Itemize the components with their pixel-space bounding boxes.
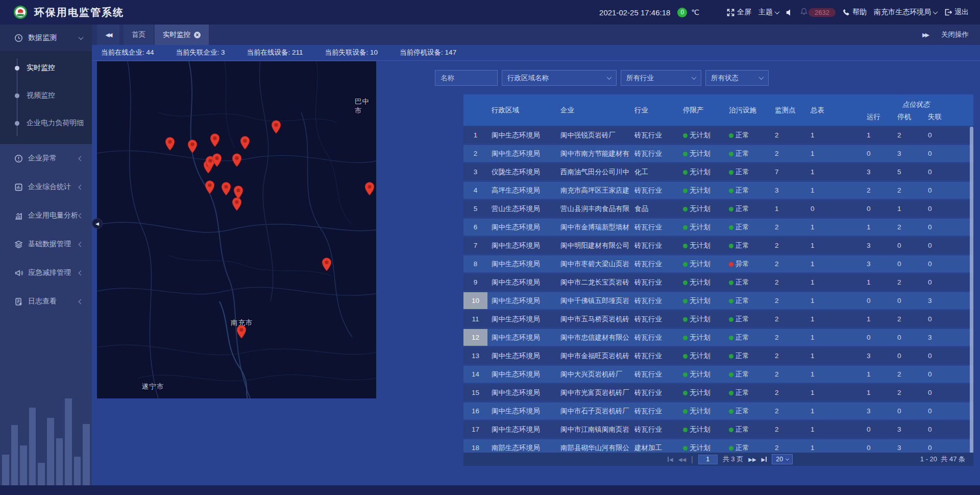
cell-run: 1 — [863, 278, 893, 286]
next-page-button[interactable]: ▶▶ — [748, 457, 756, 462]
page-size-select[interactable]: 20 — [772, 454, 793, 464]
status-dot-green — [729, 446, 733, 451]
sidebar-group-4[interactable]: 基础数据管理 — [0, 230, 92, 258]
cell-industry: 砖瓦行业 — [630, 370, 679, 379]
sidebar-subitem-2[interactable]: 企业电力负荷明细 — [0, 109, 92, 137]
table-row-6[interactable]: 6阆中生态环境局阆中市金博瑞新型墙材砖瓦行业无计划正常21120 — [463, 219, 973, 235]
close-operations-button[interactable]: 关闭操作 — [941, 30, 969, 39]
status-dot-green — [729, 336, 733, 340]
sidebar-group-1[interactable]: 企业异常 — [0, 144, 92, 173]
cell-industry: 砖瓦行业 — [630, 186, 679, 195]
table-row-2[interactable]: 2阆中生态环境局阆中市南方节能建材有砖瓦行业无计划正常21030 — [463, 145, 973, 162]
col-point-status-group: 点位状态 运行 停机 失联 — [863, 95, 969, 126]
status-dot-green — [683, 244, 688, 248]
logout-button[interactable]: 退出 — [944, 8, 969, 17]
map-pin-7[interactable] — [212, 153, 222, 167]
sidebar-group-5[interactable]: 应急减排管理 — [0, 258, 92, 287]
sidebar-group-0[interactable]: 数据监测 — [0, 25, 92, 51]
sidebar-group-label: 企业异常 — [28, 154, 57, 163]
sidebar-group-3[interactable]: 企业用电量分析 — [0, 201, 92, 230]
table-row-5[interactable]: 5营山生态环境局营山县润丰肉食品有限食品无计划正常10010 — [463, 200, 973, 217]
name-filter-field[interactable] — [435, 70, 498, 86]
map-pin-9[interactable] — [205, 180, 215, 194]
cell-index: 9 — [463, 274, 487, 291]
sidebar-subitem-0[interactable]: 实时监控 — [0, 54, 92, 82]
org-dropdown[interactable]: 南充市生态环境局 — [874, 8, 937, 17]
first-page-button[interactable]: ◀ — [668, 457, 673, 462]
table-row-10[interactable]: 10阆中生态环境局阆中千佛镇五郎垭页岩砖瓦行业无计划正常21003 — [463, 292, 973, 309]
map-pin-1[interactable] — [188, 139, 198, 153]
cell-run: 1 — [863, 315, 893, 323]
table-row-7[interactable]: 7阆中生态环境局阆中明阳建材有限公司砖瓦行业无计划正常21300 — [463, 237, 973, 254]
map-pin-12[interactable] — [232, 197, 242, 211]
filter-bar: 行政区域名称 所有行业 所有状态 — [435, 70, 769, 86]
cell-meter: 1 — [806, 334, 863, 341]
status-filter-select[interactable]: 所有状态 — [705, 70, 769, 86]
map-pin-4[interactable] — [272, 120, 281, 134]
table-row-4[interactable]: 4高坪生态环境局南充市高坪区王家店建砖瓦行业无计划正常31220 — [463, 182, 973, 199]
table-row-11[interactable]: 11阆中生态环境局阆中市五马桥页岩机砖砖瓦行业无计划正常21120 — [463, 311, 973, 327]
map-pin-15[interactable] — [237, 325, 247, 339]
table-row-8[interactable]: 8阆中生态环境局阆中市枣碧大梁山页岩砖瓦行业无计划异常21300 — [463, 255, 973, 272]
stats-bar: 当前在线企业: 44当前失联企业: 3当前在线设备: 211当前失联设备: 10… — [92, 45, 980, 61]
table-row-17[interactable]: 17阆中生态环境局阆中市江南镇阆南页岩砖瓦行业无计划正常21030 — [463, 421, 973, 438]
tab-1[interactable]: 实时监控× — [155, 25, 209, 45]
prev-page-button[interactable]: ◀◀ — [678, 457, 686, 462]
cell-region: 阆中生态环境局 — [487, 223, 556, 232]
name-filter-input[interactable] — [440, 74, 492, 82]
cell-run: 0 — [863, 334, 893, 341]
table-row-16[interactable]: 16阆中生态环境局阆中市石子页岩机砖厂砖瓦行业无计划正常21300 — [463, 403, 973, 419]
cell-company: 南部县砌华山河有限公 — [556, 443, 630, 453]
table-row-3[interactable]: 3仪陇生态环境局西南油气田分公司川中化工无计划正常71350 — [463, 163, 973, 180]
bullet-icon — [15, 66, 19, 70]
cell-industry: 食品 — [630, 204, 679, 214]
map-pin-13[interactable] — [365, 182, 375, 196]
tab-label: 首页 — [132, 30, 145, 39]
cell-stop-status: 无计划 — [679, 351, 725, 361]
sidebar-subitem-1[interactable]: 视频监控 — [0, 82, 92, 109]
sidebar-group-2[interactable]: 企业综合统计 — [0, 173, 92, 201]
cell-halt: 2 — [893, 389, 924, 396]
cell-region: 阆中生态环境局 — [487, 149, 556, 158]
map-collapse-button[interactable]: ◀ — [92, 218, 103, 229]
map-pin-3[interactable] — [240, 136, 250, 150]
table-row-15[interactable]: 15阆中生态环境局阆中市光富页岩机砖厂砖瓦行业无计划正常21120 — [463, 384, 973, 401]
cell-index: 18 — [463, 439, 487, 454]
table-row-14[interactable]: 14阆中生态环境局阆中大兴页岩机砖厂砖瓦行业无计划正常21120 — [463, 366, 973, 383]
cell-meter: 1 — [806, 242, 863, 249]
cell-run: 2 — [863, 186, 893, 194]
help-button[interactable]: 帮助 — [843, 8, 867, 17]
table-row-1[interactable]: 1阆中生态环境局阆中强锐页岩砖厂砖瓦行业无计划正常21120 — [463, 127, 973, 144]
industry-filter-select[interactable]: 所有行业 — [621, 70, 701, 86]
sidebar-group-6[interactable]: 日志查看 — [0, 287, 92, 316]
theme-dropdown[interactable]: 主题 — [758, 8, 779, 17]
map-pin-2[interactable] — [210, 133, 220, 147]
tabs-scroll-left-button[interactable]: ◀◀ — [97, 25, 119, 45]
tab-close-icon[interactable]: × — [194, 32, 201, 38]
temperature-badge: 0 — [677, 8, 687, 17]
region-filter-select[interactable]: 行政区域名称 — [502, 70, 617, 86]
table-scrollbar[interactable] — [970, 127, 973, 454]
cell-lost: 0 — [924, 150, 969, 157]
cell-run: 3 — [863, 407, 893, 415]
fullscreen-button[interactable]: 全屏 — [727, 8, 751, 17]
map-pin-0[interactable] — [165, 137, 175, 151]
notifications-button[interactable]: 2632 — [800, 8, 836, 17]
table-row-13[interactable]: 13阆中生态环境局阆中市金福旺页岩机砖砖瓦行业无计划正常21300 — [463, 347, 973, 364]
bell-icon — [800, 8, 807, 17]
tabs-scroll-right-button[interactable]: ▶▶ — [922, 32, 928, 38]
tab-0[interactable]: 首页 — [124, 25, 154, 45]
table-row-18[interactable]: 18南部生态环境局南部县砌华山河有限公建材加工无计划正常21030 — [463, 439, 973, 454]
cell-stop-status: 无计划 — [679, 186, 725, 195]
map-pin-14[interactable] — [322, 257, 332, 271]
sound-toggle-button[interactable] — [786, 9, 793, 16]
table-row-12[interactable]: 12阆中生态环境局阆中市忠信建材有限公砖瓦行业无计划正常21003 — [463, 329, 973, 346]
page-number-input[interactable]: 1 — [698, 455, 718, 464]
cell-company: 阆中市江南镇阆南页岩 — [556, 425, 630, 434]
map-pin-8[interactable] — [232, 153, 242, 167]
cell-lost: 0 — [924, 186, 969, 194]
map-pin-10[interactable] — [222, 182, 231, 196]
last-page-button[interactable]: ▶ — [762, 457, 767, 462]
table-row-9[interactable]: 9阆中生态环境局阆中市二龙长宝页岩砖砖瓦行业无计划正常21120 — [463, 274, 973, 291]
map-panel[interactable]: 巴中市南充市遂宁市 ◀ — [97, 61, 376, 398]
